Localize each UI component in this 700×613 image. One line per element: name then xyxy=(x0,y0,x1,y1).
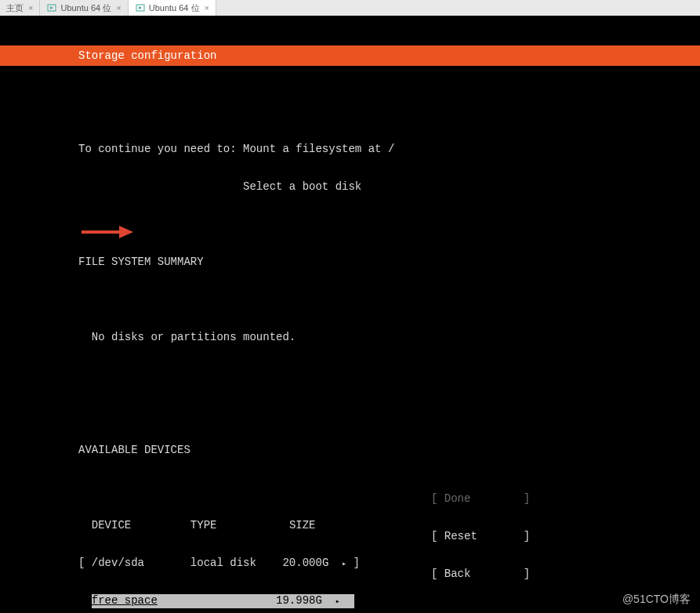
chevron-right-icon: ▸ xyxy=(342,560,346,568)
device-row-sda[interactable]: [ /dev/sda local disk 20.000G ▸ ] xyxy=(78,557,700,569)
col-device: DEVICE xyxy=(92,519,131,531)
back-button[interactable]: [ Back ] xyxy=(431,568,530,580)
done-button: [ Done ] xyxy=(431,492,530,505)
tab-label: 主页 xyxy=(6,2,24,14)
reset-button[interactable]: [ Reset ] xyxy=(431,530,530,542)
close-icon[interactable]: × xyxy=(28,3,33,13)
tab-label: Ubuntu 64 位 xyxy=(149,2,200,14)
device-name: free space xyxy=(92,594,158,607)
fs-summary-empty: No disks or partitions mounted. xyxy=(92,331,296,343)
close-icon[interactable]: × xyxy=(116,3,121,13)
col-size: SIZE xyxy=(289,519,316,531)
vm-tab-ubuntu-2[interactable]: Ubuntu 64 位 × xyxy=(129,0,216,16)
vm-tab-ubuntu-1[interactable]: Ubuntu 64 位 × xyxy=(40,0,128,16)
instruction-prefix: To continue you need to: xyxy=(78,143,243,155)
tab-label: Ubuntu 64 位 xyxy=(60,2,111,14)
vm-tab-home[interactable]: 主页 × xyxy=(0,0,40,16)
chevron-right-icon: ▸ xyxy=(335,597,340,606)
fs-summary-heading: FILE SYSTEM SUMMARY xyxy=(78,256,700,268)
svg-marker-1 xyxy=(50,6,53,9)
vm-icon xyxy=(46,2,57,13)
instruction-line-1: Mount a filesystem at / xyxy=(243,143,394,155)
vm-tab-bar: 主页 × Ubuntu 64 位 × Ubuntu 64 位 × xyxy=(0,0,700,16)
close-icon[interactable]: × xyxy=(205,3,209,13)
instruction-line-2: Select a boot disk xyxy=(243,180,361,193)
page-title: Storage configuration xyxy=(0,45,700,66)
col-type: TYPE xyxy=(190,519,217,531)
svg-marker-3 xyxy=(139,6,142,9)
vm-icon xyxy=(135,2,146,13)
device-name: /dev/sda xyxy=(92,557,144,569)
device-size: 20.000G xyxy=(282,557,328,569)
device-size: 19.998G xyxy=(276,594,322,607)
device-type: local disk xyxy=(190,557,256,569)
installer-terminal: Storage configuration To continue you ne… xyxy=(0,16,700,613)
available-heading: AVAILABLE DEVICES xyxy=(78,444,700,456)
footer-buttons: [ Done ] [ Reset ] [ Back ] xyxy=(431,467,530,605)
device-row-free-space[interactable]: free space 19.998G ▸ xyxy=(78,594,700,607)
watermark: @51CTO博客 xyxy=(622,593,691,605)
